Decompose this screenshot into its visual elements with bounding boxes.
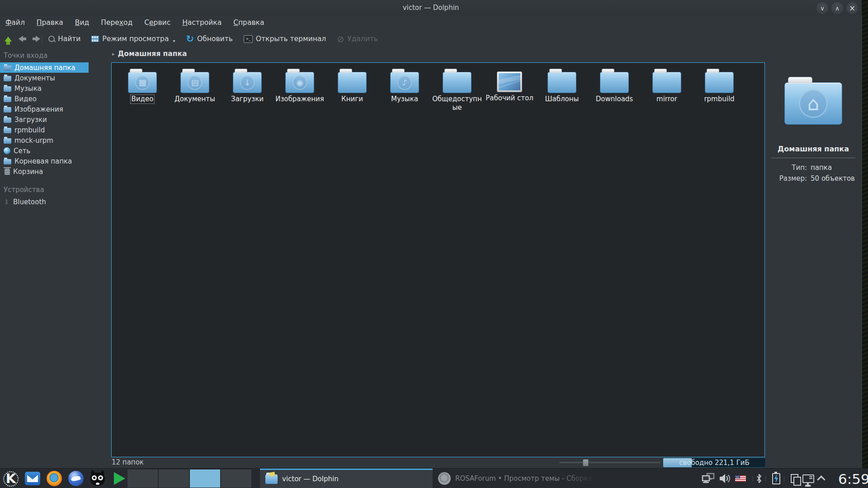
task-firefox[interactable]: ROSAForum • Просмотр темы - Сборка К — [433, 469, 610, 488]
folder-item-music[interactable]: ♪ Музыка — [378, 65, 431, 112]
type-label: Тип: — [772, 164, 807, 172]
back-arrow-icon — [18, 36, 27, 42]
info-divider — [771, 158, 855, 158]
documents-folder-icon — [4, 76, 11, 81]
sidebar-item-root[interactable]: Корневая папка — [0, 156, 109, 166]
task-dolphin[interactable]: victor — Dolphin — [260, 469, 433, 488]
bluetooth-icon[interactable]: ⋮ ⋮ — [750, 474, 768, 483]
sidebar-item-video[interactable]: Видео — [0, 94, 109, 104]
menu-item-3[interactable]: Переход — [101, 19, 132, 27]
folder-view[interactable]: ▦ Видео ▤ Документы ↓ Загрузки ◉ Изображ… — [111, 62, 765, 457]
cat-logo-icon — [90, 473, 105, 486]
volume-icon[interactable] — [719, 473, 731, 484]
up-button[interactable] — [5, 37, 12, 42]
folder-item-documents[interactable]: ▤ Документы — [169, 65, 221, 112]
sidebar-item-rpmbuild[interactable]: rpmbuild — [0, 125, 109, 135]
statusbar: 12 папок свободно 221,1 ГиБ — [0, 457, 862, 468]
mail-icon — [25, 472, 40, 485]
mail-launcher[interactable] — [24, 470, 41, 487]
tray-expand-button[interactable] — [818, 474, 824, 483]
free-space-label: свободно 221,1 ГиБ — [663, 458, 765, 467]
keyboard-layout-us-icon[interactable] — [735, 475, 746, 482]
folder-item-public[interactable]: Общедоступные — [431, 65, 483, 112]
pager-desktop-4[interactable] — [221, 469, 251, 488]
thunderbird-icon — [68, 471, 84, 486]
window-controls: ∨ ∧ × — [816, 2, 858, 14]
folder-icon — [600, 72, 629, 93]
media-player-launcher[interactable] — [111, 470, 127, 487]
menu-item-0[interactable]: Файл — [5, 19, 25, 27]
kde-logo-icon: K — [6, 472, 16, 485]
battery-charging-icon[interactable]: ⋮ — [772, 473, 787, 484]
play-icon — [114, 472, 125, 485]
folder-item-desktop[interactable]: Рабочий стол — [483, 65, 536, 112]
sidebar-item-downloads[interactable]: Загрузки — [0, 114, 109, 125]
zoom-slider[interactable] — [559, 462, 660, 463]
video-folder-icon — [4, 97, 11, 102]
thunderbird-launcher[interactable] — [68, 470, 84, 487]
open-terminal-button[interactable]: >_ Открыть терминал — [244, 35, 326, 43]
forward-button[interactable] — [32, 36, 41, 42]
pager-desktop-2[interactable] — [159, 469, 189, 488]
cat-app-launcher[interactable] — [90, 470, 106, 487]
clock[interactable]: 6:59 — [838, 469, 868, 488]
folder-item-images[interactable]: ◉ Изображения — [274, 65, 326, 112]
folder-item-downloads-ru[interactable]: ↓ Загрузки — [221, 65, 274, 112]
task-title: ROSAForum • Просмотр темы - Сборка К — [455, 474, 599, 483]
network-icon[interactable] — [702, 473, 715, 484]
window-titlebar[interactable]: victor — Dolphin — [0, 0, 862, 15]
folder-item-video[interactable]: ▦ Видео — [116, 65, 169, 112]
kde-menu-button[interactable]: K — [3, 470, 19, 487]
folder-icon — [547, 72, 576, 93]
menu-item-6[interactable]: Справка — [233, 19, 264, 27]
delete-button[interactable]: ⊘ Удалить — [337, 35, 378, 43]
folder-icon — [705, 72, 734, 93]
information-panel: ⌂ Домашняя папка Тип: папка Размер: 50 о… — [768, 63, 859, 456]
menu-item-2[interactable]: Вид — [75, 19, 89, 27]
breadcrumb-path[interactable]: Домашняя папка — [118, 50, 187, 58]
sidebar-item-bluetooth[interactable]: ᛒBluetooth — [0, 197, 109, 207]
folder-icon — [338, 72, 367, 93]
music-emblem-icon: ♪ — [397, 75, 412, 90]
view-mode-button[interactable]: Режим просмотра ▾ — [91, 35, 175, 43]
system-tray: ⋮ ⋮ ⋮ — [702, 469, 824, 488]
globe-icon — [4, 147, 10, 154]
download-emblem-icon: ↓ — [240, 75, 255, 90]
folder-item-mirror[interactable]: mirror — [641, 65, 693, 112]
menu-item-5[interactable]: Настройка — [182, 19, 222, 27]
task-title: victor — Dolphin — [282, 475, 339, 483]
places-header: Точки входа — [0, 49, 109, 62]
folder-item-books[interactable]: Книги — [326, 65, 378, 112]
firefox-gray-icon — [438, 472, 451, 485]
sidebar-item-music[interactable]: Музыка — [0, 83, 109, 94]
pager-desktop-3-active[interactable] — [190, 469, 220, 488]
sidebar-item-mock-urpm[interactable]: mock-urpm — [0, 135, 109, 145]
close-button[interactable]: × — [846, 2, 858, 14]
folder-item-downloads-en[interactable]: Downloads — [588, 65, 641, 112]
folder-item-templates[interactable]: Шаблоны — [536, 65, 588, 112]
back-button[interactable] — [18, 36, 27, 42]
video-emblem-icon: ▦ — [135, 75, 150, 90]
find-label: Найти — [58, 35, 80, 43]
refresh-button[interactable]: ↻ Обновить — [186, 34, 232, 44]
toolbar-separator — [42, 34, 42, 44]
sidebar-item-home[interactable]: Домашняя папка — [0, 62, 89, 73]
view-mode-label: Режим просмотра — [102, 35, 169, 43]
sidebar-item-documents[interactable]: Документы — [0, 73, 109, 83]
breadcrumb[interactable]: ▸ Домашняя папка — [112, 50, 187, 58]
firefox-launcher[interactable] — [46, 470, 62, 487]
maximize-button[interactable]: ∧ — [831, 2, 843, 14]
clipboard-icon[interactable] — [791, 474, 798, 483]
search-icon — [48, 36, 55, 42]
zoom-slider-handle[interactable] — [583, 459, 589, 466]
display-icon[interactable] — [802, 474, 814, 483]
pager-desktop-1[interactable] — [127, 469, 158, 488]
menu-item-1[interactable]: Правка — [37, 19, 63, 27]
folder-item-rpmbuild[interactable]: rpmbuild — [693, 65, 745, 112]
sidebar-item-trash[interactable]: Корзина — [0, 166, 109, 177]
menu-item-4[interactable]: Сервис — [144, 19, 170, 27]
sidebar-item-network[interactable]: Сеть — [0, 145, 109, 156]
minimize-button[interactable]: ∨ — [816, 2, 828, 14]
sidebar-item-images[interactable]: Изображения — [0, 104, 109, 114]
find-button[interactable]: Найти — [48, 35, 80, 43]
